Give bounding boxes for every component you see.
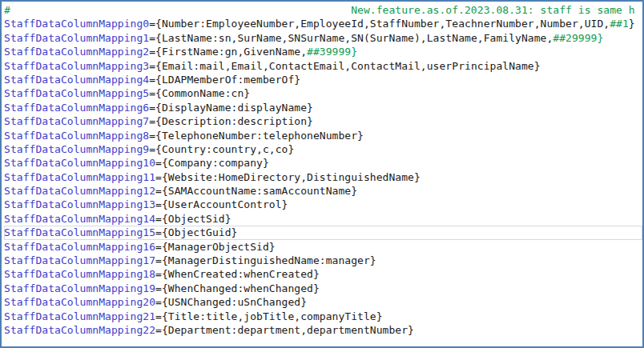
code-line[interactable]: StaffDataColumnMapping10={Company:compan… — [4, 156, 642, 170]
code-segment-value: ={TelephoneNumber:telephoneNumber} — [149, 130, 364, 142]
code-segment-key: StaffDataColumnMapping8 — [4, 130, 149, 142]
code-segment-comment: # New.feature.as.of.2023.08.31: staff is… — [4, 4, 635, 16]
code-segment-value: ={WhenCreated:whenCreated} — [155, 268, 320, 280]
code-segment-value: ={FirstName:gn,GivenName, — [149, 46, 307, 58]
code-segment-value: ={ObjectGuid} — [155, 226, 237, 238]
code-line[interactable]: StaffDataColumnMapping1={LastName:sn,Sur… — [4, 31, 642, 45]
code-segment-value: ={WhenChanged:whenChanged} — [155, 282, 320, 294]
code-segment-value: ={Country:country,c,co} — [149, 143, 294, 155]
code-segment-value: ={UserAccountControl} — [155, 198, 288, 210]
code-segment-key: StaffDataColumnMapping15 — [4, 226, 155, 238]
code-segment-key: StaffDataColumnMapping18 — [4, 268, 155, 280]
code-segment-key: StaffDataColumnMapping7 — [4, 115, 149, 127]
code-line[interactable]: StaffDataColumnMapping4={LDAPMemberOf:me… — [4, 73, 642, 86]
code-segment-value: ={Title:title,jobTitle,companyTitle} — [155, 310, 383, 322]
code-segment-key: StaffDataColumnMapping2 — [4, 46, 149, 58]
code-line[interactable]: StaffDataColumnMapping3={Email:mail,Emai… — [4, 59, 642, 73]
code-segment-key: StaffDataColumnMapping12 — [4, 185, 155, 197]
code-line[interactable]: # New.feature.as.of.2023.08.31: staff is… — [4, 3, 642, 17]
code-line[interactable]: StaffDataColumnMapping16={ManagerObjectS… — [4, 240, 642, 254]
code-segment-value: ={LastName:sn,SurName,SNSurName,SN(SurNa… — [149, 32, 553, 44]
code-segment-value: ={LDAPMemberOf:memberOf} — [149, 74, 300, 86]
code-segment-key: StaffDataColumnMapping14 — [4, 213, 155, 225]
code-segment-value: ={SAMAccountName:samAccountName} — [155, 185, 357, 197]
code-segment-key: StaffDataColumnMapping17 — [4, 254, 155, 266]
code-segment-key: StaffDataColumnMapping16 — [4, 241, 155, 253]
code-segment-value: } — [629, 18, 635, 30]
code-segment-key: StaffDataColumnMapping22 — [4, 324, 155, 336]
code-segment-key: StaffDataColumnMapping6 — [4, 102, 149, 114]
code-segment-key: StaffDataColumnMapping13 — [4, 198, 155, 210]
code-segment-value: ={ManagerDistinguishedName:manager} — [155, 254, 376, 266]
code-segment-value: ={USNChanged:uSnChanged} — [155, 296, 307, 308]
code-line[interactable]: StaffDataColumnMapping14={ObjectSid} — [4, 212, 642, 226]
code-segment-key: StaffDataColumnMapping1 — [4, 32, 149, 44]
code-line[interactable]: StaffDataColumnMapping6={DisplayName:dis… — [4, 101, 642, 114]
code-line[interactable]: StaffDataColumnMapping19={WhenChanged:wh… — [4, 282, 642, 295]
code-segment-value: ={DisplayName:displayName} — [149, 102, 313, 114]
code-segment-comment: ##39999} — [307, 46, 357, 58]
code-segment-value: ={ManagerObjectSid} — [155, 241, 276, 253]
code-segment-key: StaffDataColumnMapping10 — [4, 157, 155, 169]
code-segment-value: ={Number:EmployeeNumber,EmployeeId,Staff… — [149, 18, 610, 30]
code-segment-value: ={Department:department,departmentNumber… — [155, 324, 414, 336]
code-segment-key: StaffDataColumnMapping3 — [4, 60, 149, 72]
code-segment-comment: ##29999} — [553, 32, 603, 44]
code-segment-key: StaffDataColumnMapping21 — [4, 310, 155, 322]
code-segment-value: ={Description:description} — [149, 115, 313, 127]
code-line[interactable]: StaffDataColumnMapping13={UserAccountCon… — [4, 198, 642, 211]
code-segment-value: ={CommonName:cn} — [149, 87, 250, 99]
code-line[interactable]: StaffDataColumnMapping18={WhenCreated:wh… — [4, 267, 642, 281]
code-line[interactable]: StaffDataColumnMapping17={ManagerDisting… — [4, 254, 642, 267]
code-segment-value: ={Website:HomeDirectory,DistinguishedNam… — [155, 171, 421, 183]
code-segment-value: ={ObjectSid} — [155, 213, 231, 225]
code-line[interactable]: StaffDataColumnMapping2={FirstName:gn,Gi… — [4, 45, 642, 58]
code-line[interactable]: StaffDataColumnMapping12={SAMAccountName… — [4, 184, 642, 198]
code-line[interactable]: StaffDataColumnMapping0={Number:Employee… — [4, 17, 642, 30]
code-segment-value: ={Email:mail,Email,ContactEmail,ContactM… — [149, 60, 540, 72]
code-line[interactable]: StaffDataColumnMapping8={TelephoneNumber… — [4, 129, 642, 142]
code-line[interactable]: StaffDataColumnMapping5={CommonName:cn} — [4, 86, 642, 100]
code-segment-value: ={Company:company} — [155, 157, 269, 169]
code-segment-key: StaffDataColumnMapping9 — [4, 143, 149, 155]
config-editor-window: # New.feature.as.of.2023.08.31: staff is… — [0, 0, 644, 348]
code-segment-key: StaffDataColumnMapping5 — [4, 87, 149, 99]
code-line-current[interactable]: StaffDataColumnMapping15={ObjectGuid} — [4, 226, 642, 239]
code-segment-key: StaffDataColumnMapping19 — [4, 282, 155, 294]
code-line[interactable]: StaffDataColumnMapping9={Country:country… — [4, 142, 642, 156]
code-line[interactable]: StaffDataColumnMapping22={Department:dep… — [4, 323, 642, 337]
code-segment-key: StaffDataColumnMapping0 — [4, 18, 149, 30]
code-segment-key: StaffDataColumnMapping11 — [4, 171, 155, 183]
code-segment-key: StaffDataColumnMapping4 — [4, 74, 149, 86]
code-line[interactable]: StaffDataColumnMapping7={Description:des… — [4, 114, 642, 128]
text-editor-area[interactable]: # New.feature.as.of.2023.08.31: staff is… — [2, 2, 642, 346]
code-segment-comment: ##1 — [610, 18, 629, 30]
code-line[interactable]: StaffDataColumnMapping21={Title:title,jo… — [4, 310, 642, 323]
code-line[interactable]: StaffDataColumnMapping11={Website:HomeDi… — [4, 170, 642, 184]
code-line[interactable]: StaffDataColumnMapping20={USNChanged:uSn… — [4, 295, 642, 309]
code-segment-key: StaffDataColumnMapping20 — [4, 296, 155, 308]
